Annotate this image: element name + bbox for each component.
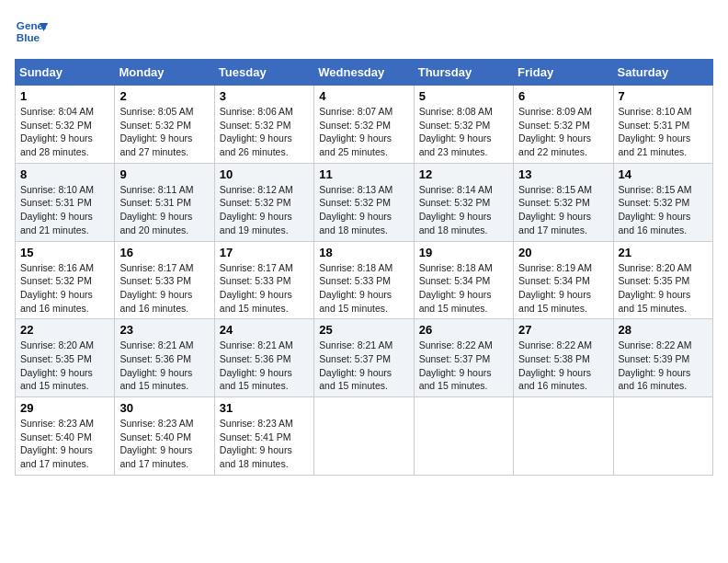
calendar-cell: 4 Sunrise: 8:07 AM Sunset: 5:32 PM Dayli… (314, 86, 414, 164)
calendar-cell: 3 Sunrise: 8:06 AM Sunset: 5:32 PM Dayli… (214, 86, 313, 164)
day-number: 3 (220, 89, 309, 103)
day-number: 29 (20, 401, 109, 415)
day-number: 4 (319, 89, 408, 103)
calendar-cell: 13 Sunrise: 8:15 AM Sunset: 5:32 PM Dayl… (514, 163, 613, 241)
day-number: 24 (220, 323, 309, 337)
calendar-cell: 14 Sunrise: 8:15 AM Sunset: 5:32 PM Dayl… (613, 163, 712, 241)
calendar-header-row: SundayMondayTuesdayWednesdayThursdayFrid… (16, 60, 713, 86)
calendar-cell: 31 Sunrise: 8:23 AM Sunset: 5:41 PM Dayl… (214, 397, 313, 476)
day-info: Sunrise: 8:09 AM Sunset: 5:32 PM Dayligh… (518, 105, 608, 159)
svg-text:Blue: Blue (17, 31, 40, 43)
day-number: 8 (20, 167, 109, 181)
day-info: Sunrise: 8:18 AM Sunset: 5:34 PM Dayligh… (419, 261, 508, 316)
day-info: Sunrise: 8:23 AM Sunset: 5:41 PM Dayligh… (220, 417, 309, 471)
calendar-day-header: Wednesday (314, 60, 414, 86)
calendar-cell: 29 Sunrise: 8:23 AM Sunset: 5:40 PM Dayl… (16, 397, 115, 476)
day-info: Sunrise: 8:05 AM Sunset: 5:32 PM Dayligh… (119, 105, 209, 159)
day-info: Sunrise: 8:17 AM Sunset: 5:33 PM Dayligh… (119, 261, 209, 316)
day-number: 25 (319, 323, 408, 337)
page-header: General Blue (15, 15, 713, 48)
calendar-body: 1 Sunrise: 8:04 AM Sunset: 5:32 PM Dayli… (16, 86, 713, 476)
calendar-table: SundayMondayTuesdayWednesdayThursdayFrid… (15, 59, 713, 476)
day-number: 22 (20, 323, 109, 337)
day-number: 16 (119, 246, 209, 259)
day-number: 5 (419, 89, 508, 103)
day-info: Sunrise: 8:22 AM Sunset: 5:38 PM Dayligh… (518, 339, 608, 393)
calendar-day-header: Thursday (414, 60, 513, 86)
calendar-week-row: 15 Sunrise: 8:16 AM Sunset: 5:32 PM Dayl… (16, 241, 713, 319)
day-info: Sunrise: 8:17 AM Sunset: 5:33 PM Dayligh… (220, 261, 309, 316)
day-info: Sunrise: 8:14 AM Sunset: 5:32 PM Dayligh… (419, 183, 508, 237)
calendar-week-row: 1 Sunrise: 8:04 AM Sunset: 5:32 PM Dayli… (16, 86, 713, 164)
day-info: Sunrise: 8:22 AM Sunset: 5:39 PM Dayligh… (619, 339, 708, 393)
day-info: Sunrise: 8:16 AM Sunset: 5:32 PM Dayligh… (20, 261, 109, 316)
calendar-cell: 17 Sunrise: 8:17 AM Sunset: 5:33 PM Dayl… (214, 241, 313, 319)
calendar-day-header: Monday (115, 60, 214, 86)
calendar-day-header: Tuesday (214, 60, 313, 86)
logo: General Blue (15, 15, 48, 48)
calendar-cell (314, 397, 414, 476)
day-info: Sunrise: 8:21 AM Sunset: 5:37 PM Dayligh… (319, 339, 408, 393)
day-info: Sunrise: 8:22 AM Sunset: 5:37 PM Dayligh… (419, 339, 508, 393)
day-number: 11 (319, 167, 408, 181)
calendar-cell: 9 Sunrise: 8:11 AM Sunset: 5:31 PM Dayli… (115, 163, 214, 241)
calendar-cell: 24 Sunrise: 8:21 AM Sunset: 5:36 PM Dayl… (214, 319, 313, 397)
calendar-cell: 6 Sunrise: 8:09 AM Sunset: 5:32 PM Dayli… (514, 86, 613, 164)
calendar-cell: 2 Sunrise: 8:05 AM Sunset: 5:32 PM Dayli… (115, 86, 214, 164)
day-number: 21 (619, 246, 708, 259)
calendar-cell: 28 Sunrise: 8:22 AM Sunset: 5:39 PM Dayl… (613, 319, 712, 397)
calendar-cell: 25 Sunrise: 8:21 AM Sunset: 5:37 PM Dayl… (314, 319, 414, 397)
calendar-day-header: Sunday (16, 60, 115, 86)
calendar-cell (613, 397, 712, 476)
day-info: Sunrise: 8:13 AM Sunset: 5:32 PM Dayligh… (319, 183, 408, 237)
day-info: Sunrise: 8:15 AM Sunset: 5:32 PM Dayligh… (518, 183, 608, 237)
calendar-cell: 15 Sunrise: 8:16 AM Sunset: 5:32 PM Dayl… (16, 241, 115, 319)
calendar-cell (414, 397, 513, 476)
calendar-cell: 7 Sunrise: 8:10 AM Sunset: 5:31 PM Dayli… (613, 86, 712, 164)
calendar-week-row: 29 Sunrise: 8:23 AM Sunset: 5:40 PM Dayl… (16, 397, 713, 476)
calendar-week-row: 8 Sunrise: 8:10 AM Sunset: 5:31 PM Dayli… (16, 163, 713, 241)
calendar-cell: 19 Sunrise: 8:18 AM Sunset: 5:34 PM Dayl… (414, 241, 513, 319)
day-number: 12 (419, 167, 508, 181)
calendar-cell: 11 Sunrise: 8:13 AM Sunset: 5:32 PM Dayl… (314, 163, 414, 241)
day-number: 20 (518, 246, 608, 259)
day-number: 23 (119, 323, 209, 337)
day-number: 28 (619, 323, 708, 337)
day-info: Sunrise: 8:20 AM Sunset: 5:35 PM Dayligh… (20, 339, 109, 393)
calendar-cell: 23 Sunrise: 8:21 AM Sunset: 5:36 PM Dayl… (115, 319, 214, 397)
calendar-cell: 27 Sunrise: 8:22 AM Sunset: 5:38 PM Dayl… (514, 319, 613, 397)
day-number: 10 (220, 167, 309, 181)
logo-icon: General Blue (15, 15, 48, 48)
day-number: 9 (119, 167, 209, 181)
day-info: Sunrise: 8:04 AM Sunset: 5:32 PM Dayligh… (20, 105, 109, 159)
day-info: Sunrise: 8:11 AM Sunset: 5:31 PM Dayligh… (119, 183, 209, 237)
day-number: 31 (220, 401, 309, 415)
calendar-day-header: Saturday (613, 60, 712, 86)
day-number: 26 (419, 323, 508, 337)
calendar-cell: 26 Sunrise: 8:22 AM Sunset: 5:37 PM Dayl… (414, 319, 513, 397)
day-number: 18 (319, 246, 408, 259)
day-info: Sunrise: 8:21 AM Sunset: 5:36 PM Dayligh… (220, 339, 309, 393)
day-info: Sunrise: 8:23 AM Sunset: 5:40 PM Dayligh… (119, 417, 209, 471)
day-number: 30 (119, 401, 209, 415)
day-number: 2 (119, 89, 209, 103)
day-info: Sunrise: 8:08 AM Sunset: 5:32 PM Dayligh… (419, 105, 508, 159)
day-info: Sunrise: 8:07 AM Sunset: 5:32 PM Dayligh… (319, 105, 408, 159)
calendar-cell: 22 Sunrise: 8:20 AM Sunset: 5:35 PM Dayl… (16, 319, 115, 397)
calendar-cell: 16 Sunrise: 8:17 AM Sunset: 5:33 PM Dayl… (115, 241, 214, 319)
day-number: 27 (518, 323, 608, 337)
day-number: 15 (20, 246, 109, 259)
day-number: 6 (518, 89, 608, 103)
day-info: Sunrise: 8:06 AM Sunset: 5:32 PM Dayligh… (220, 105, 309, 159)
day-number: 19 (419, 246, 508, 259)
day-number: 14 (619, 167, 708, 181)
day-info: Sunrise: 8:10 AM Sunset: 5:31 PM Dayligh… (619, 105, 708, 159)
day-info: Sunrise: 8:19 AM Sunset: 5:34 PM Dayligh… (518, 261, 608, 316)
calendar-day-header: Friday (514, 60, 613, 86)
calendar-cell: 20 Sunrise: 8:19 AM Sunset: 5:34 PM Dayl… (514, 241, 613, 319)
day-info: Sunrise: 8:15 AM Sunset: 5:32 PM Dayligh… (619, 183, 708, 237)
day-number: 13 (518, 167, 608, 181)
calendar-week-row: 22 Sunrise: 8:20 AM Sunset: 5:35 PM Dayl… (16, 319, 713, 397)
calendar-cell (514, 397, 613, 476)
day-number: 7 (619, 89, 708, 103)
